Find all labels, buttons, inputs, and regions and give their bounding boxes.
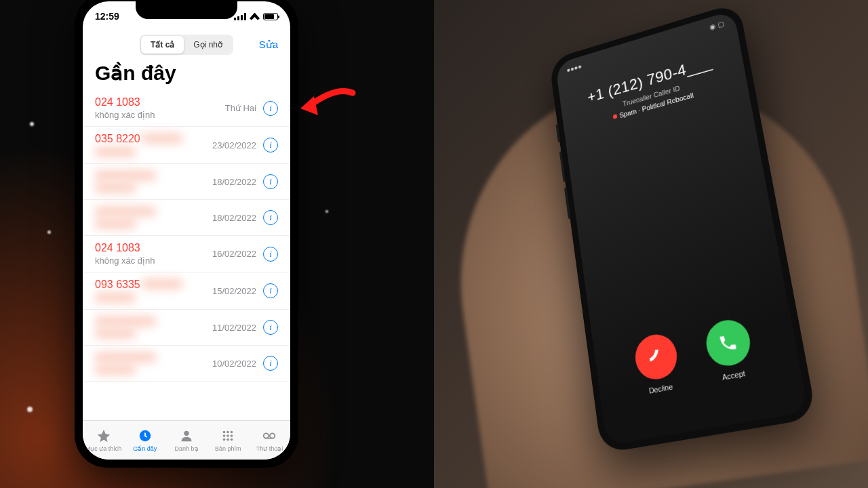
call-sublabel: không xác định bbox=[95, 110, 155, 120]
status-time: 12:59 bbox=[95, 11, 119, 22]
call-row[interactable]: 024 1083không xác địnhThứ Haii bbox=[83, 90, 290, 127]
svg-point-12 bbox=[270, 433, 275, 438]
segmented-control: Tất cả Gọi nhỡ bbox=[140, 35, 233, 55]
call-date: 10/02/2022 bbox=[212, 359, 256, 369]
spam-dot-icon bbox=[612, 114, 617, 119]
call-row[interactable]: 024 1083không xác định16/02/2022i bbox=[83, 236, 290, 272]
call-sublabel: không xác định bbox=[95, 256, 155, 266]
call-row[interactable]: 035 8220 23/02/2022i bbox=[83, 127, 290, 164]
composite-image: 12:59 Tất cả Gọi nhỡ Sửa Gần đây 024 bbox=[0, 0, 868, 488]
svg-point-7 bbox=[231, 434, 233, 437]
battery-icon bbox=[263, 13, 278, 20]
recents-list[interactable]: 024 1083không xác địnhThứ Haii035 8220 2… bbox=[83, 90, 290, 420]
page-title: Gần đây bbox=[83, 58, 290, 90]
call-date: 18/02/2022 bbox=[212, 177, 256, 187]
svg-point-8 bbox=[223, 439, 226, 441]
segment-missed[interactable]: Gọi nhỡ bbox=[184, 36, 232, 54]
call-sublabel bbox=[95, 364, 136, 375]
call-row[interactable]: 093 6335 15/02/2022i bbox=[83, 272, 290, 310]
call-row[interactable]: 11/02/2022i bbox=[83, 310, 290, 346]
call-sublabel bbox=[95, 182, 136, 193]
iphone-frame: 12:59 Tất cả Gọi nhỡ Sửa Gần đây 024 bbox=[75, 0, 298, 468]
call-row[interactable]: 18/02/2022i bbox=[83, 164, 290, 200]
segmented-control-row: Tất cả Gọi nhỡ Sửa bbox=[83, 31, 290, 58]
svg-point-9 bbox=[226, 439, 229, 441]
svg-point-5 bbox=[223, 434, 226, 437]
phone-icon bbox=[717, 331, 739, 354]
call-sublabel bbox=[95, 328, 136, 339]
call-date: Thứ Hai bbox=[225, 103, 256, 113]
svg-point-6 bbox=[226, 434, 229, 437]
tab-keypad[interactable]: Bàn phím bbox=[208, 421, 249, 460]
tab-voicemail[interactable]: Thư thoại bbox=[249, 421, 290, 460]
info-button[interactable]: i bbox=[263, 210, 278, 225]
tab-label: Mục ưa thích bbox=[85, 445, 122, 452]
svg-point-11 bbox=[264, 433, 269, 438]
call-date: 11/02/2022 bbox=[212, 323, 256, 333]
iphone-screen: 12:59 Tất cả Gọi nhỡ Sửa Gần đây 024 bbox=[83, 1, 290, 460]
call-buttons: Decline Accept bbox=[593, 308, 800, 404]
phone-down-icon bbox=[646, 346, 667, 369]
info-button[interactable]: i bbox=[263, 174, 278, 189]
notch bbox=[136, 1, 237, 19]
svg-point-4 bbox=[231, 431, 233, 434]
star-icon bbox=[96, 428, 111, 443]
incoming-call-screen: ●●●●◉ ▢ +1 (212) 790-4___ Truecaller Cal… bbox=[555, 10, 808, 445]
tab-bar: Mục ưa thích Gần đây Danh bạ Bàn phím bbox=[83, 420, 290, 460]
tab-label: Gần đây bbox=[133, 445, 157, 452]
call-number: 024 1083 bbox=[95, 96, 155, 108]
tab-favorites[interactable]: Mục ưa thích bbox=[83, 421, 124, 460]
tab-recents[interactable]: Gần đây bbox=[124, 421, 165, 460]
call-number: 093 6335 bbox=[95, 279, 182, 291]
call-date: 23/02/2022 bbox=[212, 140, 256, 150]
svg-point-10 bbox=[231, 439, 233, 441]
call-row[interactable]: 10/02/2022i bbox=[83, 346, 290, 382]
left-panel: 12:59 Tất cả Gọi nhỡ Sửa Gần đây 024 bbox=[0, 0, 434, 488]
wifi-icon bbox=[250, 13, 260, 20]
info-button[interactable]: i bbox=[263, 138, 278, 152]
call-sublabel bbox=[95, 292, 136, 303]
person-icon bbox=[179, 428, 194, 443]
call-date: 16/02/2022 bbox=[212, 249, 256, 259]
info-button[interactable]: i bbox=[263, 320, 278, 335]
svg-point-2 bbox=[223, 431, 226, 434]
right-panel: ●●●●◉ ▢ +1 (212) 790-4___ Truecaller Cal… bbox=[434, 0, 868, 488]
segment-all[interactable]: Tất cả bbox=[141, 36, 184, 54]
edit-button[interactable]: Sửa bbox=[259, 39, 278, 51]
call-number bbox=[95, 170, 156, 181]
info-button[interactable]: i bbox=[263, 101, 278, 116]
info-button[interactable]: i bbox=[263, 356, 278, 371]
call-number: 035 8220 bbox=[95, 133, 182, 145]
call-number: 024 1083 bbox=[95, 242, 155, 254]
decline-label: Decline bbox=[648, 382, 673, 395]
status-icons bbox=[234, 13, 278, 20]
call-number bbox=[95, 206, 156, 217]
call-row[interactable]: 18/02/2022i bbox=[83, 200, 290, 236]
call-date: 18/02/2022 bbox=[212, 213, 256, 223]
call-number bbox=[95, 316, 156, 327]
call-sublabel bbox=[95, 146, 136, 157]
accept-button[interactable]: Accept bbox=[703, 317, 756, 384]
tab-contacts[interactable]: Danh bạ bbox=[165, 421, 207, 460]
accept-label: Accept bbox=[722, 369, 746, 382]
info-button[interactable]: i bbox=[263, 247, 278, 262]
voicemail-icon bbox=[262, 428, 277, 443]
call-date: 15/02/2022 bbox=[212, 286, 256, 296]
call-number bbox=[95, 352, 156, 363]
svg-point-3 bbox=[226, 431, 229, 434]
signal-icon bbox=[234, 13, 246, 20]
keypad-icon bbox=[220, 428, 235, 443]
call-sublabel bbox=[95, 218, 136, 229]
tab-label: Thư thoại bbox=[256, 445, 283, 452]
info-button[interactable]: i bbox=[263, 283, 278, 298]
red-arrow-annotation bbox=[295, 83, 356, 133]
tab-label: Bàn phím bbox=[215, 445, 241, 452]
svg-point-1 bbox=[184, 431, 189, 436]
tab-label: Danh bạ bbox=[174, 445, 198, 452]
clock-icon bbox=[138, 428, 153, 443]
decline-button[interactable]: Decline bbox=[633, 331, 682, 396]
